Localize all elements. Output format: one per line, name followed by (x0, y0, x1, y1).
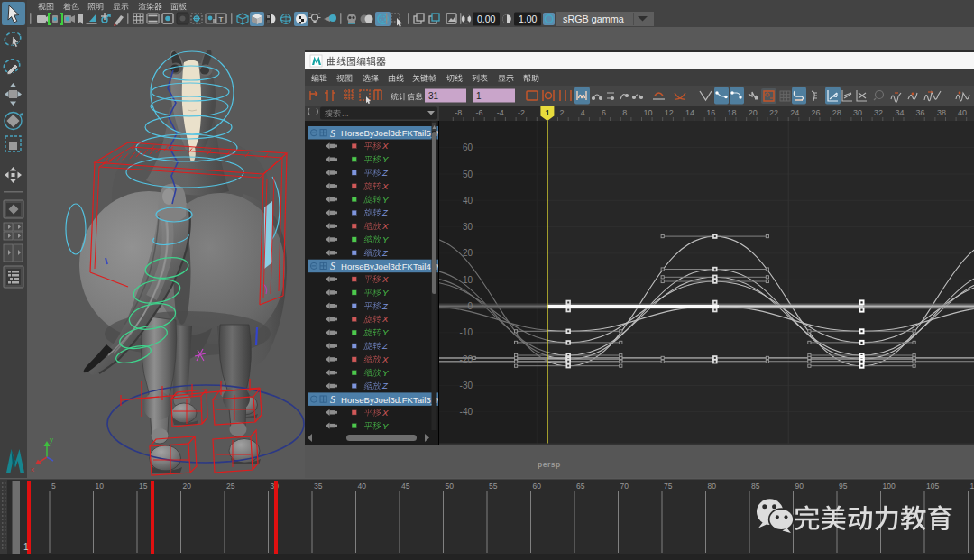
svg-text:95: 95 (839, 482, 848, 491)
svg-text:30: 30 (463, 222, 473, 232)
svg-text:sRGB gamma: sRGB gamma (563, 14, 624, 24)
svg-text:105: 105 (926, 482, 939, 491)
svg-text:X: X (381, 408, 389, 418)
svg-text:Z: Z (381, 381, 389, 390)
svg-text:28: 28 (832, 108, 841, 117)
svg-text:22: 22 (769, 108, 778, 117)
svg-text:10: 10 (463, 275, 473, 285)
svg-text:HorseByJoel3d:FKTail4_M: HorseByJoel3d:FKTail4_M (341, 262, 443, 271)
svg-text:x: x (31, 465, 34, 473)
svg-text:26: 26 (811, 108, 820, 117)
svg-text:34: 34 (895, 108, 904, 117)
svg-text:12: 12 (665, 108, 674, 117)
svg-text:Y: Y (382, 368, 389, 378)
svg-text:Y: Y (382, 234, 389, 244)
svg-text:X: X (381, 221, 389, 231)
svg-text:-6: -6 (476, 108, 483, 117)
svg-text:-10: -10 (460, 327, 473, 337)
svg-text:80: 80 (708, 482, 717, 491)
svg-text:70: 70 (620, 482, 629, 491)
svg-text:90: 90 (795, 482, 804, 491)
svg-text:-8: -8 (455, 108, 462, 117)
svg-text:0.00: 0.00 (477, 14, 496, 24)
svg-text:2: 2 (560, 108, 565, 117)
svg-text:10: 10 (644, 108, 653, 117)
svg-text:-4: -4 (497, 108, 504, 117)
svg-text:50: 50 (446, 482, 455, 491)
svg-text:Y: Y (382, 195, 389, 205)
svg-text:Z: Z (381, 301, 389, 311)
svg-text:S: S (330, 127, 335, 140)
svg-text:Y: Y (382, 288, 389, 298)
svg-text:0: 0 (467, 301, 473, 311)
svg-text:110: 110 (970, 482, 974, 491)
svg-text:40: 40 (463, 196, 473, 206)
svg-text:60: 60 (463, 142, 473, 152)
svg-text:18: 18 (728, 108, 737, 117)
svg-text:X: X (381, 314, 389, 324)
svg-text:T: T (219, 15, 224, 23)
svg-text:1.00: 1.00 (519, 14, 538, 24)
svg-text:25: 25 (226, 482, 235, 491)
svg-text:HorseByJoel3d:FKTail5_M: HorseByJoel3d:FKTail5_M (341, 128, 443, 138)
svg-text:38: 38 (937, 108, 946, 117)
svg-text:1: 1 (23, 542, 29, 552)
svg-text:-40: -40 (460, 407, 473, 417)
svg-text:30: 30 (853, 108, 862, 117)
svg-text:4: 4 (581, 108, 585, 117)
svg-text:Z: Z (381, 168, 389, 178)
svg-text:45: 45 (401, 482, 410, 491)
svg-text:Y: Y (382, 327, 389, 337)
svg-text:X: X (381, 141, 389, 151)
svg-text:...: ... (342, 109, 349, 118)
svg-text:15: 15 (139, 482, 148, 491)
svg-text:36: 36 (916, 108, 925, 117)
svg-text:10: 10 (96, 482, 105, 491)
svg-text:16: 16 (706, 108, 715, 117)
svg-text:40: 40 (958, 108, 967, 117)
svg-text:X: X (381, 274, 389, 284)
svg-text:HorseByJoel3d:FKTail3_M: HorseByJoel3d:FKTail3_M (341, 395, 443, 405)
svg-text:50: 50 (463, 170, 473, 179)
svg-text:14: 14 (685, 108, 694, 117)
svg-text:Y: Y (382, 421, 389, 431)
svg-text:35: 35 (314, 482, 323, 491)
svg-text:S: S (330, 260, 335, 272)
svg-text:8: 8 (622, 108, 627, 117)
svg-text:60: 60 (533, 482, 542, 491)
svg-text:-20: -20 (460, 354, 473, 364)
svg-text:1: 1 (476, 91, 482, 101)
svg-text:85: 85 (751, 482, 760, 491)
svg-text:S: S (330, 393, 335, 406)
svg-text:20: 20 (463, 248, 473, 258)
svg-text:Z: Z (381, 341, 389, 351)
svg-text:-30: -30 (460, 381, 473, 390)
svg-text:Z: Z (381, 248, 389, 258)
svg-text:100: 100 (883, 482, 896, 491)
svg-text:X: X (381, 354, 389, 364)
svg-text:20: 20 (749, 108, 758, 117)
svg-text:1: 1 (545, 108, 549, 117)
svg-text:X: X (381, 181, 389, 191)
svg-text:Y: Y (382, 154, 389, 164)
svg-text:24: 24 (790, 108, 799, 117)
svg-text:Z: Z (381, 207, 389, 217)
svg-text:-2: -2 (518, 108, 525, 117)
svg-text:40: 40 (358, 482, 367, 491)
svg-text:20: 20 (183, 482, 192, 491)
svg-text:75: 75 (664, 482, 673, 491)
svg-text:65: 65 (576, 482, 585, 491)
svg-text:6: 6 (602, 108, 606, 117)
svg-text:32: 32 (874, 108, 883, 117)
svg-text:y: y (50, 436, 53, 444)
svg-text:31: 31 (428, 91, 439, 101)
svg-text:5: 5 (51, 482, 56, 491)
svg-text:55: 55 (489, 482, 498, 491)
